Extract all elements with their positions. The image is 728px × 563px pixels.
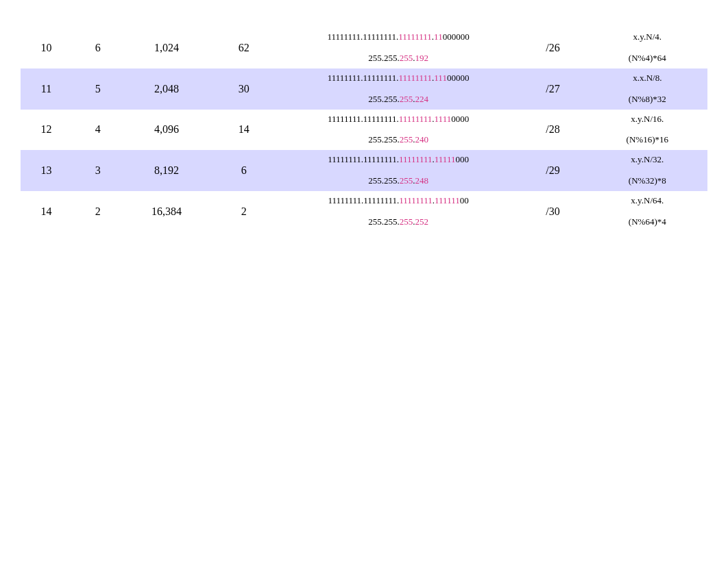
bin-prefix: 11111111.11111111. [328, 73, 399, 83]
cell-cidr: /29 [518, 150, 587, 191]
mask-decimal: 255.255.255.224 [284, 94, 513, 105]
bin-mag2: 11 [434, 32, 443, 42]
dec-prefix: 255.255. [368, 175, 400, 186]
mask-binary: 11111111.11111111.11111111.11110000 [284, 114, 513, 125]
dec-mag1: 255 [400, 94, 413, 104]
mask-decimal: 255.255.255.192 [284, 53, 513, 64]
cell-formula: x.x.N/8.(N%8)*32 [587, 68, 707, 110]
dec-prefix: 255.255. [368, 216, 400, 227]
cell-hostbits: 3 [72, 150, 123, 191]
cell-formula: x.y.N/4.(N%4)*64 [587, 27, 707, 68]
dec-prefix: 255.255. [368, 94, 400, 104]
mask-binary: 11111111.11111111.11111111.11100000 [284, 73, 513, 84]
cell-subnets: 2,048 [123, 68, 209, 110]
cell-mask: 11111111.11111111.11111111.11000000255.2… [278, 27, 519, 68]
dec-mag2: 240 [415, 134, 428, 145]
table-row: 1061,0246211111111.11111111.11111111.110… [21, 27, 707, 68]
cell-hostbits: 2 [72, 191, 123, 232]
cell-formula: x.y.N/32.(N%32)*8 [587, 150, 707, 191]
bin-suffix: 000000 [443, 32, 470, 42]
formula-bottom: (N%8)*32 [593, 94, 702, 105]
dec-mag1: 255 [400, 134, 413, 145]
formula-top: x.x.N/8. [593, 73, 702, 84]
formula-top: x.y.N/64. [593, 195, 702, 207]
cell-hostbits: 6 [72, 27, 123, 68]
bin-suffix: 00 [460, 195, 469, 205]
cell-bits: 10 [21, 27, 72, 68]
bin-mag2: 111111 [435, 195, 460, 205]
bin-suffix: 00000 [447, 73, 470, 83]
formula-bottom: (N%16)*16 [593, 134, 702, 146]
formula-bottom: (N%4)*64 [593, 53, 702, 64]
cell-subnets: 8,192 [123, 150, 209, 191]
bin-prefix: 11111111.11111111. [328, 154, 399, 164]
cell-formula: x.y.N/16.(N%16)*16 [587, 110, 707, 151]
bin-prefix: 11111111.11111111. [328, 195, 399, 205]
bin-mag2: 1111 [435, 114, 452, 124]
cell-hosts: 62 [210, 27, 278, 68]
cell-bits: 14 [21, 191, 72, 232]
cell-hosts: 14 [210, 110, 278, 151]
cell-cidr: /26 [518, 27, 587, 68]
formula-bottom: (N%32)*8 [593, 175, 702, 187]
bin-mag2: 11111 [435, 154, 456, 164]
cell-mask: 11111111.11111111.11111111.11111100255.2… [278, 191, 519, 232]
dec-mag1: 255 [400, 175, 413, 186]
cell-cidr: /27 [518, 68, 587, 110]
table-row: 1244,0961411111111.11111111.11111111.111… [21, 110, 707, 151]
dec-mag2: 224 [415, 94, 428, 104]
formula-top: x.y.N/16. [593, 114, 702, 125]
cell-cidr: /30 [518, 191, 587, 232]
bin-prefix: 11111111.11111111. [327, 32, 398, 42]
bin-mag2: 111 [434, 73, 447, 83]
dec-mag2: 192 [415, 53, 428, 63]
table-body: 1061,0246211111111.11111111.11111111.110… [21, 27, 707, 232]
bin-mag1: 11111111 [398, 73, 432, 83]
dec-mag2: 248 [415, 175, 428, 186]
cell-bits: 13 [21, 150, 72, 191]
mask-decimal: 255.255.255.252 [284, 216, 513, 228]
bin-mag1: 11111111 [398, 32, 432, 42]
dec-prefix: 255.255. [368, 134, 400, 145]
formula-top: x.y.N/4. [593, 32, 702, 43]
mask-binary: 11111111.11111111.11111111.11111100 [284, 195, 513, 207]
mask-decimal: 255.255.255.248 [284, 175, 513, 187]
cell-hosts: 2 [210, 191, 278, 232]
formula-top: x.y.N/32. [593, 154, 702, 166]
cell-subnets: 16,384 [123, 191, 209, 232]
table-row: 1152,0483011111111.11111111.11111111.111… [21, 68, 707, 110]
mask-binary: 11111111.11111111.11111111.11111000 [284, 154, 513, 166]
cell-mask: 11111111.11111111.11111111.11111000255.2… [278, 150, 519, 191]
bin-suffix: 000 [455, 154, 469, 164]
bin-mag1: 11111111 [399, 114, 433, 124]
cell-hostbits: 5 [72, 68, 123, 110]
cell-bits: 11 [21, 68, 72, 110]
dec-prefix: 255.255. [368, 53, 400, 63]
bin-suffix: 0000 [451, 114, 469, 124]
bin-mag1: 11111111 [399, 195, 433, 205]
cell-hosts: 6 [210, 150, 278, 191]
mask-binary: 11111111.11111111.11111111.11000000 [284, 32, 513, 43]
cell-formula: x.y.N/64.(N%64)*4 [587, 191, 707, 232]
bin-mag1: 11111111 [399, 154, 433, 164]
cell-cidr: /28 [518, 110, 587, 151]
mask-decimal: 255.255.255.240 [284, 134, 513, 146]
cell-subnets: 4,096 [123, 110, 209, 151]
cell-hostbits: 4 [72, 110, 123, 151]
table-row: 1338,192611111111.11111111.11111111.1111… [21, 150, 707, 191]
table-row: 14216,384211111111.11111111.11111111.111… [21, 191, 707, 232]
subnet-table: 1061,0246211111111.11111111.11111111.110… [21, 27, 707, 232]
bin-prefix: 11111111.11111111. [328, 114, 399, 124]
cell-mask: 11111111.11111111.11111111.11110000255.2… [278, 110, 519, 151]
cell-bits: 12 [21, 110, 72, 151]
dec-mag1: 255 [400, 216, 413, 227]
dec-mag2: 252 [415, 216, 428, 227]
formula-bottom: (N%64)*4 [593, 216, 702, 228]
cell-subnets: 1,024 [123, 27, 209, 68]
dec-mag1: 255 [400, 53, 413, 63]
cell-hosts: 30 [210, 68, 278, 110]
cell-mask: 11111111.11111111.11111111.11100000255.2… [278, 68, 519, 110]
